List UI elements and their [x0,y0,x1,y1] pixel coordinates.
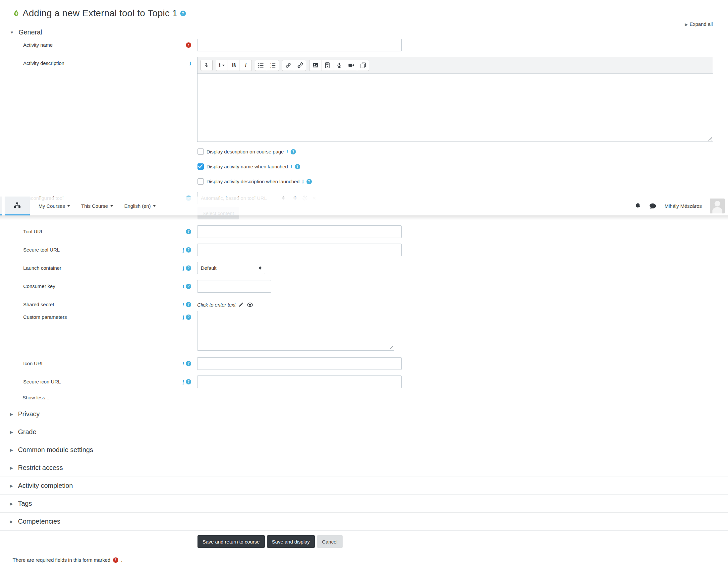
custom-parameters-textarea[interactable] [197,311,394,351]
page-title: Adding a new External tool to Topic 1 [23,8,178,19]
section-tags[interactable]: ▶ Tags [0,494,728,512]
external-tool-icon [12,9,20,17]
link-icon[interactable] [282,60,294,71]
chevron-down-icon [67,205,70,207]
help-question-icon[interactable]: ? [186,302,191,307]
unlink-icon[interactable] [294,60,306,71]
show-less-link[interactable]: Show less... [23,395,728,400]
save-and-display-button[interactable]: Save and display [267,535,315,548]
help-question-icon[interactable]: ? [307,179,312,184]
display-activity-name-checkbox[interactable] [198,163,204,170]
row-tool-url: Tool URL ? [0,225,728,238]
avatar[interactable] [710,199,725,213]
row-custom-parameters: Custom parameters !? [0,311,728,351]
page: Adding a new External tool to Topic 1 ? … [0,0,728,576]
select-arrows-icon [250,266,261,270]
nav-language[interactable]: English (en) [124,203,156,209]
pencil-icon[interactable] [239,302,244,307]
insert-media-icon[interactable] [321,60,333,71]
row-display-activity-description: Display activity description when launch… [198,178,728,184]
help-question-icon[interactable]: ? [295,164,300,169]
row-launch-container: Launch container !? Default [0,262,728,275]
help-question-icon[interactable]: ? [291,149,296,154]
nav-my-courses[interactable]: My Courses [38,203,70,209]
user-name[interactable]: Mihály Mészáros [664,203,702,209]
consumer-key-label: Consumer key [23,280,55,293]
resize-grip-icon[interactable] [389,346,393,350]
record-audio-icon[interactable] [333,60,345,71]
record-video-icon[interactable] [345,60,357,71]
row-activity-name: Activity name ! [0,39,728,51]
secure-icon-url-input[interactable] [197,375,402,388]
launch-container-select[interactable]: Default [197,262,265,274]
italic-icon[interactable]: I [239,60,252,71]
advanced-icon: ! [182,284,184,289]
section-activity-completion[interactable]: ▶ Activity completion [0,477,728,494]
help-question-icon[interactable]: ? [186,247,191,253]
section-privacy[interactable]: ▶ Privacy [0,405,728,423]
advanced-icon: ! [302,179,304,184]
activity-name-input[interactable] [197,39,402,51]
advanced-icon: ! [182,361,184,366]
chat-icon[interactable] [649,203,657,209]
display-activity-description-checkbox[interactable] [198,178,204,184]
help-question-icon[interactable]: ? [186,315,191,320]
rich-text-editor: i B I 123 [197,57,713,142]
cancel-button[interactable]: Cancel [317,535,343,548]
tool-url-input[interactable] [197,225,402,238]
bold-icon[interactable]: B [228,60,240,71]
advanced-icon: ! [182,248,184,253]
row-display-description: Display description on course page ! ? [198,148,728,155]
eye-icon[interactable] [247,302,253,307]
icon-url-input[interactable] [197,357,402,370]
resize-grip-icon[interactable] [708,137,712,141]
navbar: My Courses This Course English (en) Mihá… [0,197,728,215]
chevron-right-icon: ▶ [10,519,13,524]
advanced-icon: ! [190,61,191,66]
bell-icon[interactable] [635,202,641,209]
nav-this-course[interactable]: This Course [81,203,113,209]
launch-container-label: Launch container [23,262,61,275]
help-question-icon[interactable]: ? [186,265,191,271]
custom-parameters-label: Custom parameters [23,311,67,323]
help-question-icon[interactable]: ? [186,229,191,234]
section-grade[interactable]: ▶ Grade [0,423,728,441]
secure-tool-url-label: Secure tool URL [23,243,60,256]
chevron-right-icon: ▶ [10,501,13,506]
save-and-return-button[interactable]: Save and return to course [198,535,265,548]
unordered-list-icon[interactable] [255,60,267,71]
required-fields-note: There are required fields in this form m… [12,557,728,563]
consumer-key-input[interactable] [197,280,271,293]
page-header: Adding a new External tool to Topic 1 ? … [0,0,728,19]
site-home-button[interactable] [5,197,30,215]
advanced-icon: ! [291,164,292,169]
chevron-down-icon: ▼ [10,30,14,35]
advanced-icon: ! [286,149,288,154]
secure-tool-url-input[interactable] [197,243,402,256]
row-secure-icon-url: Secure icon URL !? [0,375,728,388]
chevron-right-icon: ▶ [10,466,13,470]
help-question-icon[interactable]: ? [186,284,191,289]
collapse-toolbar-icon[interactable] [201,60,213,71]
editor-toolbar: i B I 123 [198,57,713,74]
expand-all-link[interactable]: ▶Expand all [685,21,713,27]
section-general-header[interactable]: ▼ General [10,29,728,36]
ordered-list-icon[interactable]: 123 [267,60,279,71]
required-icon: ! [186,42,191,48]
sitemap-icon [13,202,21,209]
section-competencies[interactable]: ▶ Competencies [0,512,728,530]
advanced-icon: ! [182,315,184,320]
help-question-icon[interactable]: ? [186,361,191,366]
section-common-module-settings[interactable]: ▶ Common module settings [0,441,728,459]
styles-menu-icon[interactable]: i [216,60,228,71]
help-question-icon[interactable]: ? [186,379,191,384]
chevron-down-icon [153,205,156,207]
editor-content-area[interactable] [198,74,713,142]
shared-secret-placeholder[interactable]: Click to enter text [197,302,236,308]
section-restrict-access[interactable]: ▶ Restrict access [0,459,728,477]
help-question-icon[interactable]: ? [180,10,186,16]
display-description-checkbox[interactable] [198,148,204,155]
insert-image-icon[interactable] [309,60,321,71]
checkbox-label: Display description on course page [206,149,284,154]
manage-files-icon[interactable] [357,60,369,71]
